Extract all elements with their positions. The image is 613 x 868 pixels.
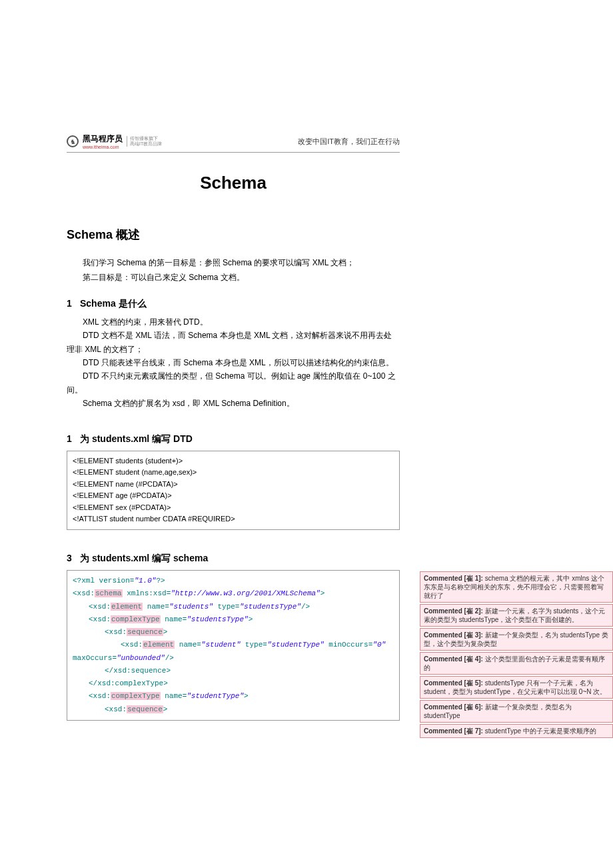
dtd-code-box: <!ELEMENT students (student+)> <!ELEMENT… bbox=[67, 451, 400, 531]
xml-line: maxOccurs="unbounded"/> bbox=[73, 652, 394, 665]
what-body: XML 文档的约束，用来替代 DTD。 DTD 文档不是 XML 语法，而 Sc… bbox=[67, 315, 400, 411]
horse-icon: ♞ bbox=[67, 135, 79, 147]
comment-item: Commented [崔 2]: 新建一个元素，名字为 students，这个元… bbox=[420, 604, 613, 627]
logo-subtitle: 传智播客旗下 高端IT教育品牌 bbox=[127, 136, 162, 146]
xml-line: <xsd:element name="student" type="studen… bbox=[121, 639, 394, 651]
overview-body: 我们学习 Schema 的第一目标是：参照 Schema 的要求可以编写 XML… bbox=[67, 256, 400, 285]
xml-line: <xsd:complexType name="studentsType"> bbox=[89, 613, 394, 626]
dtd-line: <!ELEMENT sex (#PCDATA)> bbox=[73, 502, 394, 514]
section-dtd-heading: 1为 students.xml 编写 DTD bbox=[67, 433, 400, 445]
comment-item: Commented [崔 3]: 新建一个复杂类型，名为 studentsTyp… bbox=[420, 628, 613, 651]
dtd-line: <!ELEMENT name (#PCDATA)> bbox=[73, 479, 394, 491]
document-title: Schema bbox=[67, 173, 400, 193]
dtd-line: <!ELEMENT students (student+)> bbox=[73, 455, 394, 467]
logo-block: ♞ 黑马程序员 www.itheima.com 传智播客旗下 高端IT教育品牌 bbox=[67, 133, 162, 149]
schema-code-box: <?xml version="1.0"?> <xsd:schema xmlns:… bbox=[67, 570, 400, 721]
xml-line: <xsd:element name="students" type="stude… bbox=[89, 601, 394, 613]
xml-line: <xsd:schema xmlns:xsd="http://www.w3.org… bbox=[73, 587, 394, 600]
logo-url: www.itheima.com bbox=[83, 145, 123, 149]
comment-item: Commented [崔 4]: 这个类型里面包含的子元素是需要有顺序的 bbox=[420, 652, 613, 675]
section-schema-heading: 3为 students.xml 编写 schema bbox=[67, 553, 400, 565]
comment-item: Commented [崔 7]: studentType 中的子元素是要求顺序的 bbox=[420, 724, 613, 738]
xml-line: </xsd:complexType> bbox=[89, 677, 394, 690]
xml-line: <xsd:complexType name="studentType"> bbox=[89, 690, 394, 703]
xml-line: <xsd:sequence> bbox=[105, 703, 394, 716]
logo-text: 黑马程序员 bbox=[83, 133, 123, 145]
dtd-line: <!ELEMENT age (#PCDATA)> bbox=[73, 490, 394, 502]
dtd-line: <!ATTLIST student number CDATA #REQUIRED… bbox=[73, 513, 394, 525]
comment-item: Commented [崔 6]: 新建一个复杂类型，类型名为 studentTy… bbox=[420, 700, 613, 723]
section-overview-heading: Schema 概述 bbox=[67, 227, 400, 243]
xml-line: <?xml version="1.0"?> bbox=[73, 575, 394, 587]
page-header: ♞ 黑马程序员 www.itheima.com 传智播客旗下 高端IT教育品牌 … bbox=[67, 133, 400, 153]
section-what-heading: 1Schema 是什么 bbox=[67, 298, 400, 310]
xml-line: <xsd:sequence> bbox=[105, 626, 394, 639]
comment-item: Commented [崔 1]: schema 文档的根元素，其中 xmlns … bbox=[420, 571, 613, 603]
xml-line: </xsd:sequence> bbox=[105, 665, 394, 677]
header-tagline: 改变中国IT教育，我们正在行动 bbox=[298, 137, 400, 147]
dtd-line: <!ELEMENT student (name,age,sex)> bbox=[73, 467, 394, 479]
comment-item: Commented [崔 5]: studentsType 只有一个子元素，名为… bbox=[420, 676, 613, 699]
comments-panel: Commented [崔 1]: schema 文档的根元素，其中 xmlns … bbox=[420, 133, 613, 814]
